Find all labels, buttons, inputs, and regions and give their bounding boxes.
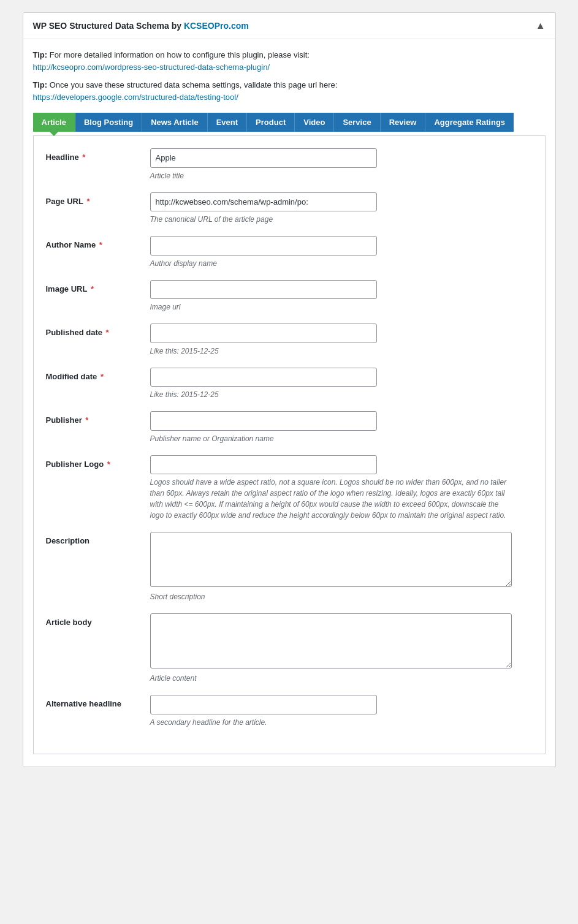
form-row-publisher-logo: Publisher Logo *Logos should have a wide… bbox=[46, 455, 533, 521]
control-wrap-modified-date: Like this: 2015-12-25 bbox=[150, 368, 533, 401]
tabs-bar: ArticleBlog PostingNews ArticleEventProd… bbox=[33, 113, 546, 132]
hint-headline: Article title bbox=[150, 170, 512, 181]
hint-published-date: Like this: 2015-12-25 bbox=[150, 346, 512, 357]
form-row-page-url: Page URL *The canonical URL of the artic… bbox=[46, 192, 533, 225]
tab-event[interactable]: Event bbox=[208, 113, 247, 132]
form-row-article-body: Article bodyArticle content bbox=[46, 613, 533, 684]
form-row-published-date: Published date *Like this: 2015-12-25 bbox=[46, 324, 533, 357]
panel-toggle-button[interactable]: ▲ bbox=[536, 20, 546, 31]
control-wrap-publisher-logo: Logos should have a wide aspect ratio, n… bbox=[150, 455, 533, 521]
tip-2-link[interactable]: https://developers.google.com/structured… bbox=[33, 93, 238, 102]
hint-author-name: Author display name bbox=[150, 258, 512, 269]
hint-publisher: Publisher name or Organization name bbox=[150, 433, 512, 444]
control-wrap-author-name: Author display name bbox=[150, 236, 533, 269]
control-wrap-publisher: Publisher name or Organization name bbox=[150, 411, 533, 444]
required-star-modified-date: * bbox=[98, 372, 104, 381]
panel-title-text: WP SEO Structured Data Schema by bbox=[33, 21, 184, 31]
panel-header: WP SEO Structured Data Schema by KCSEOPr… bbox=[23, 13, 555, 39]
hint-publisher-logo: Logos should have a wide aspect ratio, n… bbox=[150, 477, 512, 521]
input-published-date[interactable] bbox=[150, 324, 377, 343]
label-published-date: Published date * bbox=[46, 324, 150, 338]
hint-alternative-headline: A secondary headline for the article. bbox=[150, 717, 512, 728]
required-star-published-date: * bbox=[104, 328, 109, 337]
tab-news-article[interactable]: News Article bbox=[142, 113, 208, 132]
tab-blog-posting[interactable]: Blog Posting bbox=[75, 113, 142, 132]
label-page-url: Page URL * bbox=[46, 192, 150, 207]
control-wrap-page-url: The canonical URL of the article page bbox=[150, 192, 533, 225]
control-wrap-headline: Article title bbox=[150, 148, 533, 181]
input-image-url[interactable] bbox=[150, 280, 377, 300]
panel-title-link[interactable]: KCSEOPro.com bbox=[184, 21, 249, 31]
tab-product[interactable]: Product bbox=[247, 113, 295, 132]
control-wrap-alternative-headline: A secondary headline for the article. bbox=[150, 695, 533, 728]
textarea-description[interactable] bbox=[150, 532, 512, 587]
input-alternative-headline[interactable] bbox=[150, 695, 377, 714]
input-page-url[interactable] bbox=[150, 192, 377, 212]
tab-aggregate-ratings[interactable]: Aggregate Ratings bbox=[425, 113, 514, 132]
label-image-url: Image URL * bbox=[46, 280, 150, 295]
label-author-name: Author Name * bbox=[46, 236, 150, 251]
control-wrap-article-body: Article content bbox=[150, 613, 533, 684]
label-description: Description bbox=[46, 532, 150, 547]
hint-modified-date: Like this: 2015-12-25 bbox=[150, 389, 512, 400]
form-row-alternative-headline: Alternative headlineA secondary headline… bbox=[46, 695, 533, 728]
label-headline: Headline * bbox=[46, 148, 150, 163]
form-row-modified-date: Modified date *Like this: 2015-12-25 bbox=[46, 368, 533, 401]
input-publisher-logo[interactable] bbox=[150, 455, 377, 475]
panel-title: WP SEO Structured Data Schema by KCSEOPr… bbox=[33, 21, 249, 31]
form-row-description: DescriptionShort description bbox=[46, 532, 533, 602]
textarea-article-body[interactable] bbox=[150, 613, 512, 668]
panel-body: Tip: For more detailed information on ho… bbox=[23, 39, 555, 767]
required-star-headline: * bbox=[80, 153, 86, 162]
label-modified-date: Modified date * bbox=[46, 368, 150, 382]
input-headline[interactable] bbox=[150, 148, 377, 168]
input-author-name[interactable] bbox=[150, 236, 377, 256]
form-container: Headline *Article titlePage URL *The can… bbox=[33, 135, 546, 754]
form-row-author-name: Author Name *Author display name bbox=[46, 236, 533, 269]
control-wrap-description: Short description bbox=[150, 532, 533, 602]
hint-page-url: The canonical URL of the article page bbox=[150, 214, 512, 225]
required-star-publisher: * bbox=[83, 415, 89, 425]
tip-1-link[interactable]: http://kcseopro.com/wordpress-seo-struct… bbox=[33, 62, 270, 72]
required-star-author-name: * bbox=[97, 240, 102, 249]
label-publisher-logo: Publisher Logo * bbox=[46, 455, 150, 470]
control-wrap-image-url: Image url bbox=[150, 280, 533, 313]
required-star-image-url: * bbox=[88, 284, 94, 293]
tip-1: Tip: For more detailed information on ho… bbox=[33, 49, 546, 73]
tab-article[interactable]: Article bbox=[33, 113, 75, 132]
tab-review[interactable]: Review bbox=[381, 113, 426, 132]
label-article-body: Article body bbox=[46, 613, 150, 628]
hint-description: Short description bbox=[150, 591, 512, 602]
hint-image-url: Image url bbox=[150, 301, 512, 312]
tab-service[interactable]: Service bbox=[334, 113, 380, 132]
wp-seo-panel: WP SEO Structured Data Schema by KCSEOPr… bbox=[23, 12, 556, 767]
required-star-publisher-logo: * bbox=[105, 460, 110, 469]
input-publisher[interactable] bbox=[150, 411, 377, 431]
form-row-publisher: Publisher *Publisher name or Organizatio… bbox=[46, 411, 533, 444]
label-alternative-headline: Alternative headline bbox=[46, 695, 150, 710]
hint-article-body: Article content bbox=[150, 673, 512, 684]
input-modified-date[interactable] bbox=[150, 368, 377, 387]
tab-video[interactable]: Video bbox=[295, 113, 334, 132]
required-star-page-url: * bbox=[85, 197, 90, 206]
tip-2: Tip: Once you save these structured data… bbox=[33, 79, 546, 103]
label-publisher: Publisher * bbox=[46, 411, 150, 426]
control-wrap-published-date: Like this: 2015-12-25 bbox=[150, 324, 533, 357]
form-row-headline: Headline *Article title bbox=[46, 148, 533, 181]
form-row-image-url: Image URL *Image url bbox=[46, 280, 533, 313]
